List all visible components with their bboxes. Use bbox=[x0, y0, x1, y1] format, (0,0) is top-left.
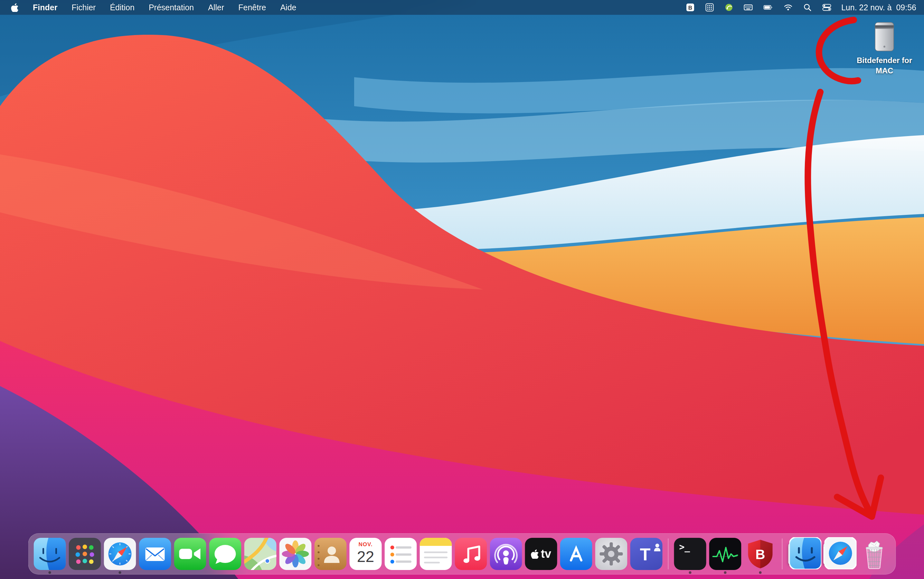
contacts-icon bbox=[315, 538, 347, 570]
messages-icon bbox=[209, 538, 241, 570]
music-icon bbox=[455, 538, 487, 570]
dock-launchpad[interactable] bbox=[69, 538, 101, 570]
dock-safari[interactable] bbox=[104, 538, 136, 570]
teams-t-glyph: T bbox=[640, 544, 651, 564]
bitdefender-shield-icon: B bbox=[744, 538, 776, 570]
dock-activity-monitor[interactable] bbox=[709, 538, 742, 570]
dock-messages[interactable] bbox=[209, 538, 241, 570]
control-center-icon[interactable] bbox=[822, 3, 832, 12]
keyboard-status-icon[interactable] bbox=[743, 3, 753, 12]
dock-notes[interactable] bbox=[420, 538, 452, 570]
dock-divider bbox=[782, 538, 783, 569]
calendar-month: NOV. bbox=[358, 541, 373, 548]
dock: NOV. 22 bbox=[28, 533, 896, 574]
menu-fichier[interactable]: Fichier bbox=[71, 3, 96, 12]
dock-microsoft-teams[interactable]: T bbox=[630, 538, 663, 570]
facetime-icon bbox=[174, 538, 206, 570]
dock-system-preferences[interactable] bbox=[595, 538, 627, 570]
terminal-prompt-glyph: >_ bbox=[679, 542, 690, 552]
app-store-icon bbox=[560, 538, 592, 570]
dock-bitdefender[interactable]: B bbox=[744, 538, 776, 570]
terminal-icon: >_ bbox=[674, 538, 706, 570]
photos-icon bbox=[279, 538, 312, 570]
drive-label-line2: MAC bbox=[876, 66, 893, 75]
tv-label: tv bbox=[541, 547, 551, 561]
menu-bar-status-area: B bbox=[686, 3, 916, 12]
menu-edition[interactable]: Édition bbox=[110, 3, 134, 12]
desktop-wallpaper bbox=[0, 0, 924, 579]
safari-badge-icon bbox=[824, 537, 857, 569]
system-preferences-icon bbox=[595, 538, 627, 570]
teams-person-icon bbox=[650, 542, 661, 553]
bitdefender-status-icon[interactable]: B bbox=[686, 3, 695, 12]
dock-contacts[interactable] bbox=[315, 538, 347, 570]
menu-aide[interactable]: Aide bbox=[280, 3, 296, 12]
running-indicator bbox=[724, 571, 727, 574]
battery-icon[interactable] bbox=[763, 3, 774, 12]
maps-icon bbox=[245, 538, 277, 570]
microsoft-teams-icon: T bbox=[630, 538, 663, 570]
menu-bar-left: Finder Fichier Édition Présentation Alle… bbox=[11, 3, 296, 12]
dock-music[interactable] bbox=[455, 538, 487, 570]
menu-fenetre[interactable]: Fenêtre bbox=[238, 3, 266, 12]
dock-terminal[interactable]: >_ bbox=[674, 538, 706, 570]
bitdefender-drive-desktop-icon[interactable]: Bitdefender for MAC bbox=[849, 21, 920, 76]
bitdefender-b-glyph: B bbox=[688, 5, 692, 11]
running-indicator bbox=[119, 571, 121, 574]
reminders-icon bbox=[385, 538, 417, 570]
dock-mail[interactable] bbox=[139, 538, 171, 570]
grid-status-icon[interactable] bbox=[705, 3, 714, 12]
activity-monitor-icon bbox=[709, 538, 742, 570]
dock-reminders[interactable] bbox=[385, 538, 417, 570]
running-indicator bbox=[689, 571, 691, 574]
dock-apple-tv[interactable]: tv bbox=[525, 538, 557, 570]
spotlight-search-icon[interactable] bbox=[803, 3, 812, 12]
finder-badge-icon bbox=[789, 537, 822, 569]
notes-icon bbox=[420, 538, 452, 570]
podcasts-icon bbox=[490, 538, 522, 570]
menu-app-name[interactable]: Finder bbox=[33, 3, 57, 12]
running-indicator bbox=[759, 571, 762, 574]
menu-presentation[interactable]: Présentation bbox=[149, 3, 194, 12]
green-app-status-icon[interactable] bbox=[724, 3, 734, 12]
finder-icon bbox=[34, 538, 66, 570]
mail-icon bbox=[139, 538, 171, 570]
apple-tv-icon: tv bbox=[525, 538, 557, 570]
calendar-icon: NOV. 22 bbox=[350, 538, 382, 570]
dock-minimized-safari-window[interactable] bbox=[823, 538, 855, 570]
external-drive-icon bbox=[867, 21, 901, 55]
apple-logo-icon bbox=[531, 549, 539, 559]
dock-trash[interactable] bbox=[858, 538, 891, 570]
dock-maps[interactable] bbox=[245, 538, 277, 570]
dock-finder[interactable] bbox=[34, 538, 66, 570]
wifi-icon[interactable] bbox=[783, 3, 793, 12]
dock-minimized-finder-window[interactable] bbox=[788, 538, 820, 570]
drive-label-line1: Bitdefender for bbox=[857, 56, 912, 65]
launchpad-icon bbox=[69, 538, 101, 570]
apple-menu-icon[interactable] bbox=[11, 3, 19, 12]
trash-full-icon bbox=[858, 538, 891, 570]
calendar-day: 22 bbox=[357, 548, 374, 566]
dock-divider bbox=[668, 538, 669, 569]
menu-bar: Finder Fichier Édition Présentation Alle… bbox=[0, 0, 924, 15]
dock-app-store[interactable] bbox=[560, 538, 592, 570]
drive-label: Bitdefender for MAC bbox=[857, 55, 912, 76]
safari-icon bbox=[104, 538, 136, 570]
menu-clock[interactable]: Lun. 22 nov. à 09:56 bbox=[841, 3, 916, 12]
dock-calendar[interactable]: NOV. 22 bbox=[350, 538, 382, 570]
dock-podcasts[interactable] bbox=[490, 538, 522, 570]
dock-facetime[interactable] bbox=[174, 538, 206, 570]
menu-aller[interactable]: Aller bbox=[208, 3, 224, 12]
dock-photos[interactable] bbox=[279, 538, 312, 570]
bitdefender-b-glyph: B bbox=[755, 547, 765, 562]
running-indicator bbox=[49, 571, 51, 574]
